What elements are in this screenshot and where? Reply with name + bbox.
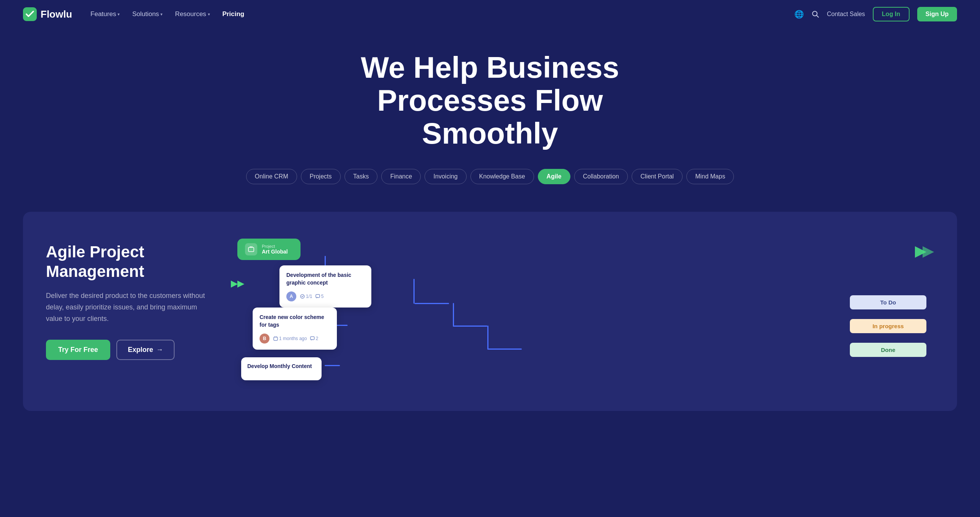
decorative-arrow bbox=[915, 242, 938, 263]
hero-title: We Help Business Processes Flow Smoothly bbox=[318, 51, 662, 150]
kanban-todo-column: To Do bbox=[850, 295, 926, 309]
comments-icon: 5 bbox=[315, 294, 324, 299]
search-icon[interactable] bbox=[812, 10, 819, 18]
chevron-down-icon: ▾ bbox=[208, 12, 210, 17]
project-icon bbox=[245, 243, 257, 255]
task2-avatar: B bbox=[260, 334, 270, 344]
contact-sales-link[interactable]: Contact Sales bbox=[827, 11, 865, 18]
tab-tasks[interactable]: Tasks bbox=[345, 169, 378, 184]
tab-projects[interactable]: Projects bbox=[301, 169, 341, 184]
project-text: Project Art Global bbox=[262, 244, 288, 255]
subtasks-icon: 1/1 bbox=[300, 294, 312, 299]
connector-h-kanban-inp bbox=[453, 326, 487, 327]
card-title: Agile Project Management bbox=[46, 242, 207, 281]
nav-item-resources[interactable]: Resources ▾ bbox=[175, 10, 210, 18]
connector-h-kanban-todo bbox=[415, 303, 449, 304]
hero-section: We Help Business Processes Flow Smoothly… bbox=[0, 28, 980, 212]
login-button[interactable]: Log In bbox=[873, 7, 910, 21]
connector-v-kanban3 bbox=[487, 326, 488, 349]
nav-item-solutions[interactable]: Solutions ▾ bbox=[132, 10, 163, 18]
task-card-1: Development of the basic graphic concept… bbox=[279, 265, 371, 307]
explore-button[interactable]: Explore → bbox=[116, 340, 175, 360]
svg-rect-6 bbox=[310, 337, 314, 340]
connector-v-kanban2 bbox=[453, 303, 454, 326]
card-description: Deliver the desired product to the custo… bbox=[46, 290, 207, 324]
nav-item-features[interactable]: Features ▾ bbox=[90, 10, 120, 18]
svg-rect-4 bbox=[316, 294, 320, 298]
try-free-button[interactable]: Try For Free bbox=[46, 340, 110, 360]
task2-meta: 1 months ago 2 bbox=[273, 336, 318, 341]
svg-rect-2 bbox=[248, 247, 254, 252]
connector-h-task3 bbox=[325, 365, 340, 366]
nav-item-pricing[interactable]: Pricing bbox=[222, 10, 245, 18]
tab-invoicing[interactable]: Invoicing bbox=[425, 169, 466, 184]
svg-rect-5 bbox=[274, 337, 278, 340]
chevron-down-icon: ▾ bbox=[160, 12, 163, 17]
date-icon: 1 months ago bbox=[273, 336, 307, 341]
card-visual: Project Art Global ▶▶ bbox=[230, 235, 934, 388]
flow-arrows: ▶▶ bbox=[231, 279, 244, 289]
logo-text: Flowlu bbox=[41, 8, 72, 20]
tab-client-portal[interactable]: Client Portal bbox=[632, 169, 683, 184]
connector-h-kanban-done bbox=[487, 348, 522, 350]
globe-icon[interactable]: 🌐 bbox=[794, 10, 804, 19]
tab-knowledge-base[interactable]: Knowledge Base bbox=[470, 169, 534, 184]
task-card-3: Develop Monthly Content bbox=[241, 357, 322, 380]
feature-tabs: Online CRM Projects Tasks Finance Invoic… bbox=[15, 169, 965, 184]
agile-visualization: Project Art Global ▶▶ bbox=[230, 235, 934, 388]
connector-v-kanban bbox=[413, 279, 415, 304]
feature-card: Agile Project Management Deliver the des… bbox=[23, 212, 957, 411]
task1-meta: 1/1 5 bbox=[300, 294, 323, 299]
chevron-down-icon: ▾ bbox=[118, 12, 120, 17]
kanban-done-column: Done bbox=[850, 343, 926, 357]
signup-button[interactable]: Sign Up bbox=[917, 7, 957, 21]
tab-online-crm[interactable]: Online CRM bbox=[246, 169, 297, 184]
task-card-2: Create new color scheme for tags B 1 mon… bbox=[253, 308, 337, 349]
logo-icon bbox=[23, 7, 37, 21]
svg-marker-8 bbox=[923, 246, 934, 258]
tab-mind-maps[interactable]: Mind Maps bbox=[686, 169, 734, 184]
navbar: Flowlu Features ▾ Solutions ▾ Resources … bbox=[0, 0, 980, 28]
task2-footer: B 1 months ago 2 bbox=[260, 334, 330, 344]
logo[interactable]: Flowlu bbox=[23, 7, 72, 21]
nav-links: Features ▾ Solutions ▾ Resources ▾ Prici… bbox=[90, 10, 244, 18]
comments2-icon: 2 bbox=[310, 336, 318, 341]
tab-agile[interactable]: Agile bbox=[538, 169, 570, 184]
kanban-inprogress-column: In progress bbox=[850, 319, 926, 333]
tab-finance[interactable]: Finance bbox=[381, 169, 421, 184]
nav-right: 🌐 Contact Sales Log In Sign Up bbox=[794, 7, 957, 21]
tab-collaboration[interactable]: Collaboration bbox=[574, 169, 628, 184]
card-actions: Try For Free Explore → bbox=[46, 340, 207, 360]
task1-footer: A 1/1 5 bbox=[286, 291, 364, 301]
card-text-section: Agile Project Management Deliver the des… bbox=[46, 235, 207, 360]
task1-avatar: A bbox=[286, 291, 296, 301]
